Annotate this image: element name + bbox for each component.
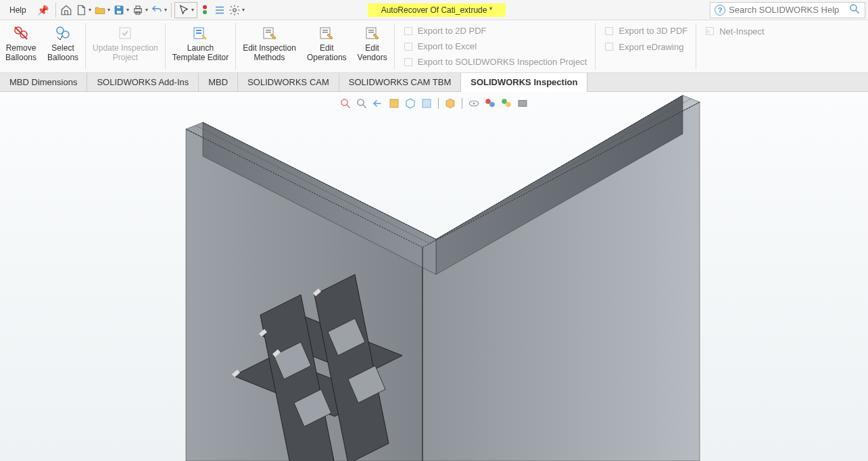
net-inspect-button[interactable]: n Net-Inspect: [704, 24, 764, 38]
previous-view-icon[interactable]: [372, 97, 384, 110]
svg-marker-40: [423, 102, 700, 461]
view-orientation-icon[interactable]: [404, 97, 416, 110]
svg-point-61: [358, 99, 364, 105]
print-icon[interactable]: ▾: [130, 2, 149, 18]
display-style-icon[interactable]: [420, 97, 433, 110]
search-icon[interactable]: [848, 3, 861, 17]
separator: [165, 23, 166, 70]
svg-rect-25: [266, 32, 271, 33]
svg-rect-64: [423, 99, 431, 107]
separator: [85, 23, 86, 70]
svg-rect-36: [606, 43, 613, 51]
remove-balloons-button[interactable]: Remove Balloons: [0, 20, 42, 72]
svg-rect-22: [196, 32, 201, 34]
export-sw-inspection-button[interactable]: Export to SOLIDWORKS Inspection Project: [403, 55, 587, 69]
separator: [595, 23, 596, 70]
svg-rect-2: [116, 10, 122, 14]
save-icon[interactable]: ▾: [112, 2, 130, 18]
separator: [462, 98, 462, 109]
help-menu[interactable]: Help: [3, 5, 33, 15]
heads-up-toolbar: [335, 96, 533, 111]
svg-text:n: n: [707, 29, 710, 34]
tab-solidworks-addins[interactable]: SOLIDWORKS Add-Ins: [87, 73, 199, 91]
list-icon[interactable]: [212, 2, 227, 18]
help-question-icon: ?: [715, 5, 725, 16]
svg-rect-63: [390, 99, 398, 107]
model-render: [0, 92, 868, 461]
svg-point-15: [20, 31, 27, 38]
tab-solidworks-cam-tbm[interactable]: SOLIDWORKS CAM TBM: [339, 73, 461, 91]
zoom-to-fit-icon[interactable]: [339, 97, 352, 110]
svg-point-59: [341, 99, 347, 105]
dropdown-arrow: ▾: [126, 7, 129, 13]
select-cursor-icon[interactable]: ▾: [174, 2, 197, 18]
export-3d-pdf-button[interactable]: Export to 3D PDF: [604, 24, 688, 38]
svg-rect-4: [136, 6, 140, 9]
hide-show-icon[interactable]: [444, 97, 456, 110]
edit-vendors-button[interactable]: Edit Vendors: [352, 20, 393, 72]
export-edrawing-button[interactable]: Export eDrawing: [604, 40, 688, 53]
separator: [438, 98, 439, 109]
gear-icon[interactable]: ▾: [227, 2, 246, 18]
separator: [55, 3, 56, 18]
graphics-viewport[interactable]: [0, 92, 868, 461]
export-2d-pdf-button[interactable]: Export to 2D PDF: [403, 24, 587, 38]
dropdown-arrow: ▾: [145, 7, 148, 13]
svg-rect-21: [196, 30, 201, 31]
svg-rect-1: [116, 6, 120, 9]
svg-point-11: [233, 8, 236, 11]
svg-point-6: [203, 5, 207, 9]
svg-rect-24: [266, 30, 271, 31]
new-file-icon[interactable]: ▾: [74, 2, 93, 18]
traffic-light-icon[interactable]: [197, 2, 212, 18]
svg-rect-32: [404, 27, 412, 34]
separator: [696, 23, 696, 70]
ribbon-toolbar: Remove Balloons Select Balloons Update I…: [0, 20, 868, 73]
home-icon[interactable]: [59, 2, 74, 18]
update-inspection-button: Update Inspection Project: [87, 20, 164, 72]
launch-template-editor-button[interactable]: Launch Template Editor: [167, 20, 234, 72]
svg-line-60: [347, 105, 350, 108]
tab-solidworks-cam[interactable]: SOLIDWORKS CAM: [238, 73, 339, 91]
zoom-area-icon[interactable]: [356, 97, 368, 110]
pin-icon[interactable]: 📌: [33, 5, 53, 16]
select-balloons-button[interactable]: Select Balloons: [42, 20, 84, 72]
document-title: AutoRecover Of Cati_extrude *: [368, 3, 506, 17]
tab-solidworks-inspection[interactable]: SOLIDWORKS Inspection: [461, 73, 587, 92]
search-input[interactable]: [729, 5, 846, 15]
edit-inspection-methods-button[interactable]: Edit Inspection Methods: [237, 20, 302, 72]
dropdown-arrow: ▾: [191, 7, 194, 13]
svg-rect-31: [368, 32, 374, 33]
menu-bar: Help 📌 ▾ ▾ ▾ ▾ ▾ ▾ ▾ AutoRecover Of Cati…: [0, 0, 868, 20]
tab-mbd[interactable]: MBD: [199, 73, 238, 91]
svg-rect-33: [404, 43, 412, 50]
edit-appearance-icon[interactable]: [484, 97, 496, 110]
export-excel-button[interactable]: Export to Excel: [403, 40, 587, 53]
svg-point-67: [485, 99, 491, 104]
net-inspect-column: n Net-Inspect: [698, 20, 771, 72]
svg-rect-71: [519, 101, 527, 107]
undo-icon[interactable]: ▾: [149, 2, 168, 18]
svg-point-69: [502, 99, 507, 104]
svg-rect-30: [368, 30, 374, 31]
dropdown-arrow: ▾: [107, 7, 110, 13]
svg-point-12: [850, 5, 857, 11]
dropdown-arrow: ▾: [242, 7, 245, 13]
search-box[interactable]: ?: [710, 2, 865, 18]
tab-mbd-dimensions[interactable]: MBD Dimensions: [0, 73, 87, 91]
svg-rect-27: [322, 30, 328, 31]
svg-line-62: [363, 105, 366, 108]
svg-point-7: [203, 10, 207, 14]
eye-icon[interactable]: [468, 97, 480, 110]
view-settings-icon[interactable]: [516, 97, 529, 110]
apply-scene-icon[interactable]: [500, 97, 512, 110]
svg-line-13: [856, 10, 859, 14]
svg-point-68: [489, 102, 495, 107]
edit-operations-button[interactable]: Edit Operations: [302, 20, 352, 72]
svg-rect-19: [120, 28, 130, 39]
open-folder-icon[interactable]: ▾: [93, 2, 112, 18]
svg-point-70: [506, 102, 511, 107]
svg-rect-3: [134, 8, 141, 12]
svg-rect-34: [404, 58, 412, 66]
section-view-icon[interactable]: [388, 97, 400, 110]
